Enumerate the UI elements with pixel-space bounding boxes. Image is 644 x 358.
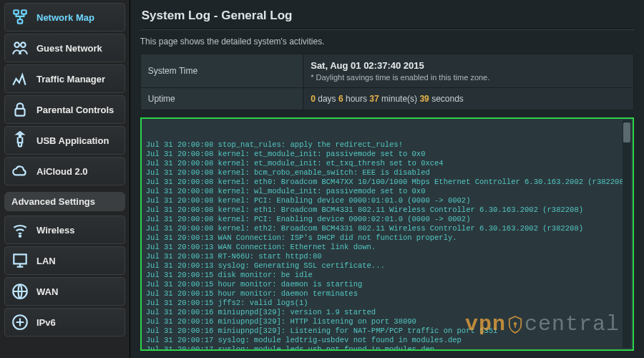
sidebar-item-traffic-manager[interactable]: Traffic Manager [4,64,125,93]
page-title: System Log - General Log [140,4,634,29]
system-log-textarea[interactable]: Jul 31 20:00:08 stop_nat_rules: apply th… [140,117,634,351]
sidebar-item-parental-controls[interactable]: Parental Controls [4,95,125,124]
guest-network-icon [11,40,29,56]
svg-point-3 [14,42,19,47]
sidebar-item-label: WAN [36,286,58,297]
sidebar-item-wan[interactable]: WAN [4,277,125,306]
uptime-days-unit: days [318,94,336,104]
ipv6-icon [11,314,29,330]
sidebar-section-advanced: Advanced Settings [4,192,125,211]
sidebar-item-label: Network Map [36,12,94,23]
uptime-label: Uptime [140,88,303,110]
log-scrollbar[interactable] [623,120,631,348]
uptime-seconds-unit: seconds [431,94,464,104]
sidebar-item-usb-application[interactable]: USB Application [4,126,125,155]
uptime-minutes: 37 [369,94,379,104]
sidebar-item-label: Guest Network [36,43,102,54]
sidebar-item-label: Parental Controls [36,105,114,115]
sidebar-item-lan[interactable]: LAN [4,246,125,275]
network-map-icon [11,9,29,25]
log-scrollbar-thumb[interactable] [623,122,630,142]
wan-icon [11,284,29,299]
system-info-table: System Time Sat, Aug 01 02:37:40 2015 * … [140,54,634,110]
uptime-row: Uptime 0 days 6 hours 37 minute(s) 39 se… [140,88,633,110]
sidebar-item-label: AiCloud 2.0 [36,166,88,177]
sidebar-item-guest-network[interactable]: Guest Network [4,34,125,62]
main-panel: System Log - General Log This page shows… [130,0,644,358]
wireless-icon [11,222,29,238]
sidebar-item-network-map[interactable]: Network Map [4,3,125,32]
svg-rect-1 [21,10,26,14]
title-divider [140,29,634,29]
aicloud-icon [11,163,29,179]
uptime-hours-unit: hours [346,94,367,104]
log-content: Jul 31 20:00:08 stop_nat_rules: apply th… [146,140,628,351]
uptime-days: 0 [311,94,316,104]
sidebar-item-aicloud-2-0[interactable]: AiCloud 2.0 [4,157,125,185]
uptime-seconds: 39 [419,94,429,104]
uptime-minutes-unit: minute(s) [381,94,417,104]
system-time-value: Sat, Aug 01 02:37:40 2015 [311,60,626,71]
sidebar-item-ipv6[interactable]: IPv6 [4,308,125,337]
svg-point-4 [21,42,26,47]
page-description: This page shows the detailed system's ac… [140,37,634,47]
system-time-note: * Daylight savings time is enabled in th… [311,73,626,82]
uptime-hours: 6 [338,94,343,104]
sidebar-item-label: USB Application [36,135,109,146]
uptime-value: 0 days 6 hours 37 minute(s) 39 seconds [303,88,634,110]
sidebar-item-wireless[interactable]: Wireless [4,216,125,244]
svg-rect-0 [14,10,18,14]
system-time-value-cell: Sat, Aug 01 02:37:40 2015 * Daylight sav… [303,54,634,88]
parental-controls-icon [11,102,29,117]
system-time-row: System Time Sat, Aug 01 02:37:40 2015 * … [140,54,633,88]
sidebar: Network MapGuest NetworkTraffic ManagerP… [0,0,130,358]
usb-application-icon [11,132,29,148]
sidebar-item-label: Wireless [36,225,74,236]
sidebar-item-label: LAN [36,256,56,266]
svg-rect-5 [16,109,25,116]
svg-point-6 [19,236,21,237]
sidebar-item-label: IPv6 [36,317,56,328]
system-time-label: System Time [140,54,303,88]
lan-icon [11,253,29,268]
traffic-manager-icon [11,71,29,87]
svg-rect-2 [18,19,23,23]
sidebar-item-label: Traffic Manager [36,74,105,84]
